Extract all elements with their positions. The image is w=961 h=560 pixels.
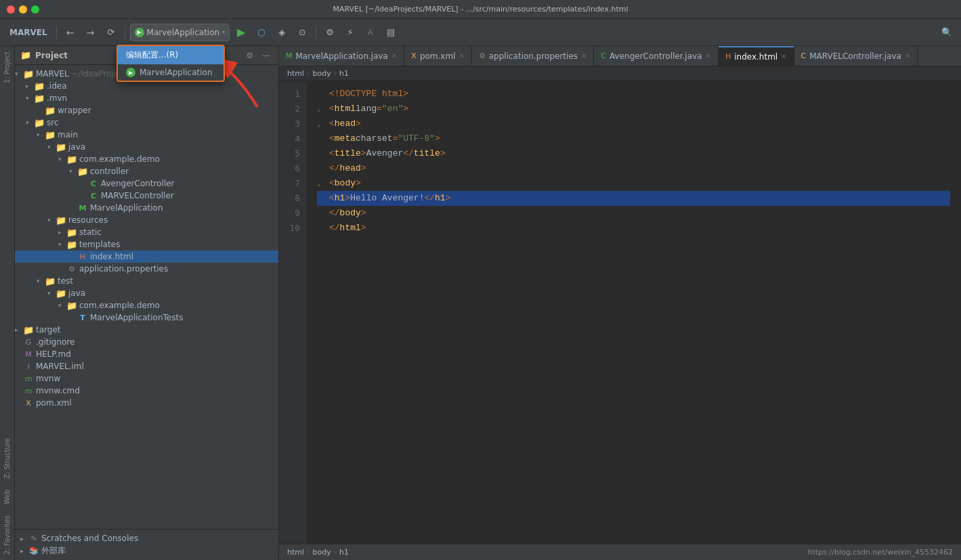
terminal-button[interactable]: ▤ [382, 24, 400, 41]
maximize-button[interactable] [31, 5, 39, 14]
run-dropdown-menu[interactable]: 编辑配置...(R) ▶ MarvelApplication [116, 45, 225, 82]
tree-arrow: ▾ [26, 119, 34, 126]
close-button[interactable] [7, 5, 15, 14]
tree-item-gitignore[interactable]: G .gitignore [15, 336, 278, 348]
edit-config-menu-item[interactable]: 编辑配置...(R) [118, 46, 223, 64]
settings-icon[interactable]: ⚙ [243, 49, 257, 62]
tree-item-pom-xml[interactable]: X pom.xml [15, 397, 278, 409]
toolbar: MARVEL ← → ⟳ ▶ MarvelApplication ▾ ▶ ⬡ ◈… [0, 19, 961, 46]
statusbar-breadcrumb: html › body › h1 [287, 548, 349, 557]
close-tab-icon[interactable]: ✕ [391, 52, 397, 60]
run-config-dropdown[interactable]: ▶ MarvelApplication ▾ [130, 24, 230, 41]
tree-arrow: ▾ [26, 95, 34, 102]
build-button[interactable]: ⚙ [321, 24, 339, 41]
tree-item-AvengerController[interactable]: C AvengerController [15, 177, 278, 190]
marvel-app-menu-item[interactable]: ▶ MarvelApplication [118, 64, 223, 81]
scratches-item[interactable]: ▸ ✎ Scratches and Consoles [15, 532, 278, 544]
tree-item-controller[interactable]: ▾ 📁 controller [15, 165, 278, 177]
tab-index-html-tab[interactable]: H index.html ✕ [719, 46, 794, 66]
sidebar-item-web[interactable]: Web [2, 484, 12, 510]
fold-placeholder [317, 89, 326, 99]
tree-icon: X [23, 397, 34, 408]
window-title: MARVEL [~/IdeaProjects/MARVEL] - .../src… [333, 5, 628, 14]
debug-button[interactable]: ⬡ [253, 24, 270, 41]
close-tab-icon[interactable]: ✕ [459, 52, 465, 60]
tree-item-test[interactable]: ▾ 📁 test [15, 275, 278, 287]
line-number: 9 [279, 206, 300, 221]
tree-item-MARVEL-iml[interactable]: I MARVEL.iml [15, 360, 278, 372]
line-number: 2 [279, 102, 300, 116]
line-number: 5 [279, 146, 300, 161]
code-token: < [329, 102, 335, 116]
run-config-icon: ▶ [135, 28, 144, 37]
tree-label: MARVELController [101, 191, 174, 200]
tab-label: pom.xml [420, 51, 456, 61]
tab-AvengerController-tab[interactable]: C AvengerController.java ✕ [594, 46, 719, 66]
breadcrumb-item[interactable]: body [312, 69, 330, 78]
tree-icon: 📁 [45, 105, 56, 116]
tree-item-wrapper[interactable]: 📁 wrapper [15, 104, 278, 116]
tree-arrow: ▾ [58, 241, 66, 248]
tree-item-java[interactable]: ▾ 📁 java [15, 141, 278, 153]
tree-label: target [36, 325, 61, 335]
tree-item-templates[interactable]: ▾ 📁 templates [15, 238, 278, 251]
tree-icon: 📁 [45, 129, 56, 140]
undo-button[interactable]: ← [62, 24, 79, 41]
tab-application-props-tab[interactable]: ⚙ application.properties ✕ [472, 46, 595, 66]
tree-item-mvnw[interactable]: m mvnw [15, 372, 278, 385]
sidebar-item-project[interactable]: 1: Project [2, 46, 12, 89]
sdk-button[interactable]: ⚡ [341, 24, 359, 41]
close-tab-icon[interactable]: ✕ [581, 52, 586, 60]
sidebar-item-favorites[interactable]: 2: Favorites [2, 510, 12, 560]
tree-icon: 📁 [56, 215, 66, 225]
tree-item-resources[interactable]: ▾ 📁 resources [15, 214, 278, 226]
tab-MarvelApplication-tab[interactable]: M MarvelApplication.java ✕ [279, 46, 404, 66]
redo-button[interactable]: → [82, 24, 100, 41]
minimize-button[interactable] [19, 5, 27, 14]
tree-item-static[interactable]: ▸ 📁 static [15, 226, 278, 238]
breadcrumb-item[interactable]: html [287, 69, 304, 78]
tree-item-MarvelApplication[interactable]: M MarvelApplication [15, 202, 278, 214]
tree-arrow: ▾ [47, 144, 56, 150]
tree-item-test-java[interactable]: ▾ 📁 java [15, 287, 278, 299]
tab-pom-tab[interactable]: X pom.xml ✕ [404, 46, 472, 66]
close-tab-icon[interactable]: ✕ [706, 52, 711, 60]
profile-button[interactable]: ⊙ [293, 24, 311, 41]
project-panel: 📁 Project ⚙ — ▾ 📁 MARVEL ~/IdeaProjects/… [15, 46, 279, 560]
tree-item-index-html[interactable]: H index.html [15, 251, 278, 263]
tree-item-HELP-md[interactable]: M HELP.md [15, 348, 278, 360]
tree-item-src[interactable]: ▾ 📁 src [15, 116, 278, 129]
code-line: ▾<body> [317, 176, 950, 191]
tree-item-com-example-demo[interactable]: ▾ 📁 com.example.demo [15, 153, 278, 165]
tree-item-MarvelApplicationTests[interactable]: T MarvelApplicationTests [15, 311, 278, 324]
code-editor[interactable]: <!DOCTYPE html>▾<html lang="en">▾ <head>… [306, 81, 961, 544]
tree-item-MARVELController[interactable]: C MARVELController [15, 190, 278, 202]
statusbar-breadcrumb-item[interactable]: html [287, 548, 304, 557]
run-button[interactable]: ▶ [232, 24, 250, 41]
statusbar-breadcrumb-item[interactable]: h1 [339, 548, 349, 557]
tree-item-mvnw-cmd[interactable]: m mvnw.cmd [15, 385, 278, 397]
tree-item-application-properties[interactable]: ⚙ application.properties [15, 263, 278, 275]
git-button[interactable]: ⑃ [362, 24, 379, 41]
tree-label: AvengerController [101, 179, 175, 188]
fold-icon[interactable]: ▾ [317, 119, 326, 129]
fold-placeholder [317, 223, 326, 233]
sidebar-item-structure[interactable]: Z: Structure [2, 433, 12, 484]
hide-panel-icon[interactable]: — [259, 49, 273, 62]
tree-item-target[interactable]: ▸ 📁 target [15, 324, 278, 336]
tree-item-main[interactable]: ▾ 📁 main [15, 129, 278, 141]
breadcrumb-item[interactable]: h1 [339, 69, 349, 78]
external-libs-item[interactable]: ▸ 📚 外部库 [15, 544, 278, 557]
search-everywhere-button[interactable]: 🔍 [938, 24, 956, 41]
tree-item-mvn[interactable]: ▾ 📁 .mvn [15, 92, 278, 104]
close-tab-icon[interactable]: ✕ [781, 53, 786, 60]
sync-button[interactable]: ⟳ [102, 24, 120, 41]
tree-item-test-com[interactable]: ▾ 📁 com.example.demo [15, 299, 278, 311]
code-token: > [446, 191, 451, 206]
tab-MARVELController-tab[interactable]: C MARVELController.java ✕ [794, 46, 918, 66]
close-tab-icon[interactable]: ✕ [905, 52, 910, 60]
fold-icon[interactable]: ▾ [317, 179, 326, 188]
fold-icon[interactable]: ▾ [317, 104, 326, 114]
statusbar-breadcrumb-item[interactable]: body [312, 548, 330, 557]
coverage-button[interactable]: ◈ [273, 24, 291, 41]
